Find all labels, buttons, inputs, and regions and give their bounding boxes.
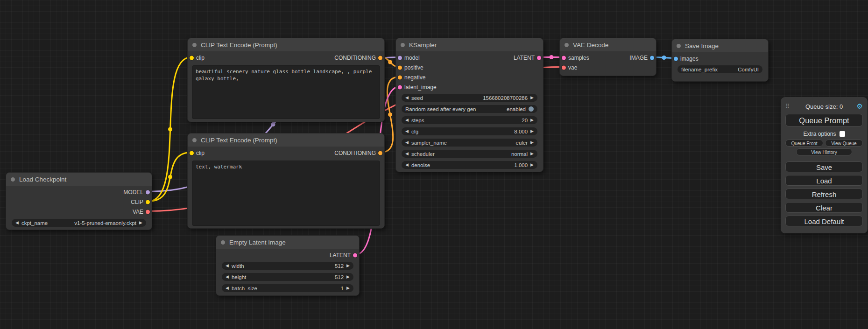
output-slot-clip: CLIP [6, 197, 152, 207]
node-title-bar[interactable]: CLIP Text Encode (Prompt) [188, 38, 384, 51]
node-clip-text-encode-negative[interactable]: CLIP Text Encode (Prompt) clip CONDITION… [187, 133, 385, 229]
node-clip-text-encode-positive[interactable]: CLIP Text Encode (Prompt) clip CONDITION… [187, 38, 385, 122]
widget-denoise[interactable]: ◀ denoise 1.000 ▶ [402, 161, 537, 169]
toggle-knob[interactable] [529, 106, 534, 112]
extra-options-checkbox[interactable] [840, 131, 845, 137]
load-button[interactable]: Load [785, 175, 863, 186]
increment-arrow-icon[interactable]: ▶ [530, 163, 534, 167]
output-dot-model[interactable] [146, 190, 150, 194]
settings-gear-icon[interactable]: ⚙ [854, 102, 863, 111]
node-title-bar[interactable]: Empty Latent Image [216, 236, 359, 249]
increment-arrow-icon[interactable]: ▶ [530, 96, 534, 100]
output-dot-image[interactable] [650, 56, 654, 60]
decrement-arrow-icon[interactable]: ◀ [405, 140, 409, 145]
collapse-dot[interactable] [11, 177, 15, 182]
widget-value: 512 [335, 274, 344, 280]
node-title-bar[interactable]: Load Checkpoint [6, 173, 152, 186]
input-dot-negative[interactable] [398, 75, 402, 79]
prompt-textarea[interactable]: text, watermark [192, 161, 380, 226]
increment-arrow-icon[interactable]: ▶ [530, 118, 534, 122]
input-dot-clip[interactable] [190, 151, 194, 155]
increment-arrow-icon[interactable]: ▶ [530, 140, 534, 145]
collapse-dot[interactable] [565, 43, 569, 47]
prompt-textarea[interactable]: beautiful scenery nature glass bottle la… [192, 65, 380, 119]
refresh-button[interactable]: Refresh [785, 189, 863, 199]
decrement-arrow-icon[interactable]: ◀ [405, 152, 409, 156]
input-dot-vae[interactable] [562, 65, 566, 70]
widget-seed[interactable]: ◀ seed 156680208700286 ▶ [402, 94, 537, 102]
widget-steps[interactable]: ◀ steps 20 ▶ [402, 116, 537, 124]
decrement-arrow-icon[interactable]: ◀ [226, 286, 229, 290]
node-ksampler[interactable]: KSampler model LATENT positive negative … [395, 38, 543, 172]
increment-arrow-icon[interactable]: ▶ [530, 152, 534, 156]
widget-random-seed-toggle[interactable]: Random seed after every gen enabled [402, 105, 537, 113]
node-graph-canvas[interactable]: Load Checkpoint MODEL CLIP VAE ◀ ckpt_na… [0, 0, 868, 329]
widget-sampler-name[interactable]: ◀ sampler_name euler ▶ [402, 139, 537, 147]
slot-row-clip-conditioning: clip CONDITIONING [188, 148, 384, 158]
widget-ckpt-name[interactable]: ◀ ckpt_name v1-5-pruned-emaonly.ckpt ▶ [12, 219, 146, 227]
widget-value: ComfyUI [738, 67, 759, 72]
increment-arrow-icon[interactable]: ▶ [139, 221, 142, 225]
collapse-dot[interactable] [401, 43, 405, 47]
node-vae-decode[interactable]: VAE Decode samples IMAGE vae [559, 38, 656, 76]
slot-row-samples-image: samples IMAGE [560, 53, 656, 63]
widget-name: Random seed after every gen [405, 106, 476, 112]
view-queue-button[interactable]: View Queue [825, 140, 863, 147]
output-dot-clip[interactable] [146, 200, 150, 204]
increment-arrow-icon[interactable]: ▶ [346, 275, 350, 279]
increment-arrow-icon[interactable]: ▶ [346, 286, 350, 290]
widget-height[interactable]: ◀ height 512 ▶ [222, 273, 353, 281]
output-dot-latent[interactable] [353, 253, 357, 257]
decrement-arrow-icon[interactable]: ◀ [15, 221, 19, 225]
widget-filename-prefix[interactable]: filename_prefix ComfyUI [677, 65, 762, 73]
decrement-arrow-icon[interactable]: ◀ [405, 118, 409, 122]
collapse-dot[interactable] [192, 43, 197, 47]
widget-name: steps [411, 118, 424, 123]
node-title-bar[interactable]: Save Image [672, 39, 768, 52]
save-button[interactable]: Save [785, 161, 863, 172]
link-midpoint-dot [168, 175, 172, 179]
widget-cfg[interactable]: ◀ cfg 8.000 ▶ [402, 127, 537, 135]
decrement-arrow-icon[interactable]: ◀ [405, 96, 409, 100]
input-dot-samples[interactable] [562, 56, 566, 60]
output-dot-conditioning[interactable] [378, 151, 382, 155]
output-dot-vae[interactable] [146, 210, 150, 214]
node-empty-latent-image[interactable]: Empty Latent Image LATENT ◀ width 512 ▶ … [216, 235, 360, 296]
widget-name: width [232, 263, 244, 269]
increment-arrow-icon[interactable]: ▶ [346, 264, 350, 268]
queue-front-button[interactable]: Queue Front [785, 140, 823, 147]
collapse-dot[interactable] [677, 44, 681, 48]
widget-batch-size[interactable]: ◀ batch_size 1 ▶ [222, 284, 353, 292]
collapse-dot[interactable] [192, 138, 197, 142]
input-dot-model[interactable] [398, 56, 402, 60]
decrement-arrow-icon[interactable]: ◀ [226, 275, 229, 279]
increment-arrow-icon[interactable]: ▶ [530, 129, 534, 133]
node-title-bar[interactable]: VAE Decode [560, 38, 656, 51]
decrement-arrow-icon[interactable]: ◀ [226, 264, 229, 268]
slot-label: vae [568, 64, 577, 71]
input-dot-latent-image[interactable] [398, 85, 402, 89]
node-title-bar[interactable]: KSampler [396, 38, 543, 51]
load-default-button[interactable]: Load Default [785, 216, 863, 226]
decrement-arrow-icon[interactable]: ◀ [405, 129, 409, 133]
clear-button[interactable]: Clear [785, 202, 863, 213]
input-dot-images[interactable] [674, 56, 678, 61]
node-load-checkpoint[interactable]: Load Checkpoint MODEL CLIP VAE ◀ ckpt_na… [6, 172, 152, 230]
node-title-bar[interactable]: CLIP Text Encode (Prompt) [188, 133, 384, 147]
input-dot-clip[interactable] [190, 56, 194, 60]
widget-scheduler[interactable]: ◀ scheduler normal ▶ [402, 150, 537, 158]
output-dot-conditioning[interactable] [378, 56, 382, 60]
input-dot-positive[interactable] [398, 65, 402, 70]
decrement-arrow-icon[interactable]: ◀ [405, 163, 409, 167]
output-dot-latent[interactable] [537, 56, 541, 60]
widget-name: batch_size [232, 286, 257, 291]
widget-width[interactable]: ◀ width 512 ▶ [222, 262, 353, 270]
drag-handle-icon[interactable]: ⠿ [785, 103, 794, 110]
queue-menu-panel: ⠿ Queue size: 0 ⚙ Queue Prompt Extra opt… [781, 97, 868, 233]
queue-size-label: Queue size: 0 [794, 103, 854, 110]
queue-prompt-button[interactable]: Queue Prompt [785, 114, 863, 126]
collapse-dot[interactable] [221, 240, 225, 245]
view-history-button[interactable]: View History [796, 148, 852, 155]
node-save-image[interactable]: Save Image images filename_prefix ComfyU… [671, 39, 769, 82]
widget-name: sampler_name [411, 140, 447, 146]
